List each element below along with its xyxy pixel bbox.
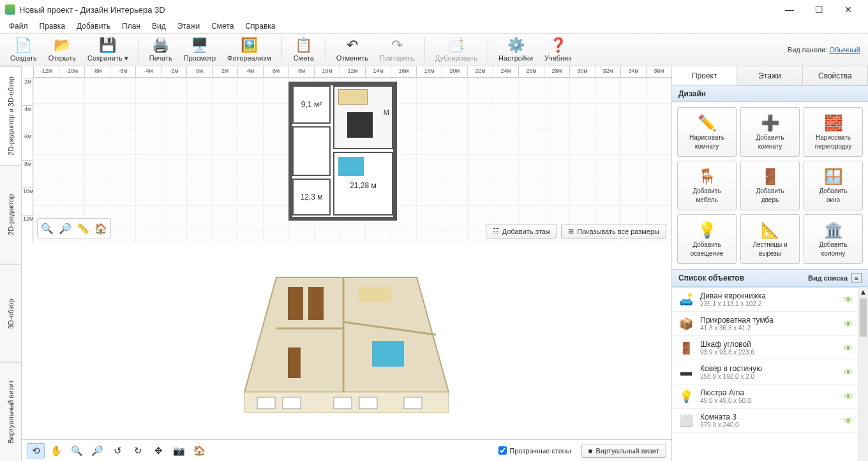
toolbar-Сохранить[interactable]: 💾Сохранить ▾ [82, 36, 133, 64]
menu-Справка[interactable]: Справка [240, 20, 280, 32]
show-dimensions-button[interactable]: ⊞ Показывать все размеры [561, 224, 666, 238]
visibility-icon[interactable]: 👁 [844, 367, 853, 377]
svg-rect-6 [404, 397, 422, 409]
мебель-icon: 🪑 [698, 168, 717, 186]
design-колонну[interactable]: 🏛️Добавитьколонну [804, 214, 863, 264]
toolbar-Создать[interactable]: 📄Создать [5, 36, 42, 63]
object-icon: 💡 [677, 390, 695, 404]
design-освещение[interactable]: 💡Добавитьосвещение [677, 214, 737, 264]
rotate-360-icon[interactable]: ⟲ [27, 443, 45, 458]
floorplan-2d[interactable]: 9,1 м² М 21,28 м 12,3 м [288, 82, 397, 221]
design-grid: ✏️Нарисоватькомнату➕Добавитькомнату🧱Нари… [672, 102, 868, 269]
menu-Правка[interactable]: Правка [34, 20, 71, 32]
rotate-left-icon[interactable]: ↺ [108, 443, 126, 458]
design-дверь[interactable]: 🚪Добавитьдверь [740, 161, 800, 210]
menu-Смета[interactable]: Смета [206, 20, 239, 32]
design-комнату[interactable]: ➕Добавитькомнату [740, 107, 800, 157]
home-icon[interactable]: 🏠 [93, 221, 108, 236]
menu-Этажи[interactable]: Этажи [172, 20, 205, 32]
toolbar-Дублировать: 📑Дублировать [430, 36, 483, 63]
dimensions-icon: ⊞ [568, 227, 574, 235]
list-view-icon[interactable]: ≡ [851, 273, 862, 283]
panel-mode-link[interactable]: Обычный [829, 46, 860, 54]
object-icon: 🚪 [677, 341, 695, 355]
visibility-icon[interactable]: 👁 [844, 295, 853, 305]
close-button[interactable]: ✕ [834, 0, 863, 19]
ruler-icon[interactable]: 📏 [75, 221, 91, 236]
menu-Файл[interactable]: Файл [4, 20, 33, 32]
svg-rect-5 [359, 397, 377, 409]
toolbar-Фотореализм[interactable]: 🖼️Фотореализм [222, 36, 276, 63]
left-tab-3[interactable]: Виртуальный визит [0, 362, 21, 461]
menu-План[interactable]: План [117, 20, 146, 32]
design-section-header: Дизайн [672, 85, 868, 102]
rp-tab-Свойства[interactable]: Свойства [803, 66, 868, 85]
room-b[interactable]: М [333, 85, 393, 149]
object-item[interactable]: 📦Прикроватная тумба41.8 x 36.3 x 41.2👁 [672, 312, 858, 336]
toolbar-Учебник[interactable]: ❓Учебник [539, 36, 576, 63]
колонну-icon: 🏛️ [824, 221, 843, 239]
toolbar-Настройки[interactable]: ⚙️Настройки [493, 36, 538, 63]
visibility-icon[interactable]: 👁 [844, 416, 853, 426]
room-a[interactable]: 9,1 м² [292, 85, 331, 124]
visibility-icon[interactable]: 👁 [844, 319, 853, 329]
toolbar-Смета[interactable]: 📋Смета [287, 36, 320, 63]
zoom-in-3d-icon[interactable]: 🔎 [88, 443, 106, 458]
object-item[interactable]: 💡Люстра Aina45.0 x 45.0 x 50.0👁 [672, 384, 858, 409]
вырезы-icon: 📐 [761, 221, 780, 239]
design-мебель[interactable]: 🪑Добавитьмебель [677, 161, 737, 210]
object-icon: 🛋️ [677, 293, 695, 307]
zoom-out-icon[interactable]: 🔍 [40, 221, 55, 236]
virtual-visit-button[interactable]: ■ Виртуальный визит [581, 444, 666, 458]
visibility-icon[interactable]: 👁 [844, 391, 853, 402]
room-small[interactable] [292, 126, 331, 176]
rp-tab-Этажи[interactable]: Этажи [737, 66, 802, 85]
object-item[interactable]: ⬜Комната 3379.0 x 240.0👁 [672, 409, 858, 433]
menu-Добавить[interactable]: Добавить [71, 20, 116, 32]
zoom-out-3d-icon[interactable]: 🔍 [68, 443, 86, 458]
move-icon[interactable]: ✥ [149, 443, 167, 458]
svg-rect-3 [283, 397, 301, 409]
design-вырезы[interactable]: 📐Лестницы ивырезы [740, 214, 800, 264]
minimize-button[interactable]: — [775, 0, 804, 19]
object-item[interactable]: 🚪Шкаф угловой93.9 x 93.8 x 223.6👁 [672, 336, 858, 360]
перегородку-icon: 🧱 [824, 114, 843, 132]
toolbar-Печать[interactable]: 🖨️Печать [144, 36, 177, 63]
visibility-icon[interactable]: 👁 [844, 343, 853, 353]
toolbar-Отменить[interactable]: ↶Отменить [331, 36, 373, 63]
rotate-right-icon[interactable]: ↻ [129, 443, 147, 458]
rp-tab-Проект[interactable]: Проект [672, 66, 737, 85]
design-комнату[interactable]: ✏️Нарисоватькомнату [677, 107, 737, 157]
view-mode-tabs: 2D-редактор и 3D-обзор2D-редактор3D-обзо… [0, 66, 22, 461]
design-перегородку[interactable]: 🧱Нарисоватьперегородку [804, 107, 863, 157]
дверь-icon: 🚪 [761, 168, 780, 186]
left-tab-0[interactable]: 2D-редактор и 3D-обзор [0, 66, 21, 165]
left-tab-2[interactable]: 3D-обзор [0, 264, 21, 363]
svg-rect-2 [257, 397, 275, 409]
transparent-walls-checkbox[interactable]: Прозрачные стены [498, 446, 571, 455]
Отменить-icon: ↶ [343, 38, 361, 53]
left-tab-1[interactable]: 2D-редактор [0, 165, 21, 264]
menu-Вид[interactable]: Вид [147, 20, 171, 32]
Сохранить-icon: 💾 [99, 38, 117, 53]
svg-marker-0 [244, 277, 449, 392]
object-item[interactable]: ▬Ковер в гостиную258.0 x 192.0 x 2.0👁 [672, 360, 858, 384]
pan-icon[interactable]: ✋ [47, 443, 65, 458]
toolbar-Просмотр[interactable]: 🖥️Просмотр [179, 36, 221, 63]
design-окно[interactable]: 🪟Добавитьокно [804, 161, 863, 210]
scrollbar[interactable]: ▲ [858, 287, 868, 461]
room-c[interactable]: 21,28 м [333, 152, 393, 216]
zoom-in-icon[interactable]: 🔎 [57, 221, 73, 236]
view-3d[interactable] [22, 242, 671, 439]
svg-rect-10 [288, 287, 303, 320]
home-3d-icon[interactable]: 🏠 [190, 443, 208, 458]
Учебник-icon: ❓ [549, 38, 567, 53]
add-floor-button[interactable]: ☷ Добавить этаж [486, 224, 557, 238]
toolbar-Открыть[interactable]: 📂Открыть [43, 36, 81, 63]
room-d[interactable]: 12,3 м [292, 179, 331, 216]
view-2d[interactable]: 9,1 м² М 21,28 м 12,3 м 🔍 🔎 [33, 78, 671, 242]
maximize-button[interactable]: ☐ [804, 0, 834, 19]
object-item[interactable]: 🛋️Диван еврокнижка235.1 x 113.1 x 102.2👁 [672, 288, 858, 312]
camera-icon[interactable]: 📷 [170, 443, 188, 458]
Просмотр-icon: 🖥️ [191, 38, 209, 53]
